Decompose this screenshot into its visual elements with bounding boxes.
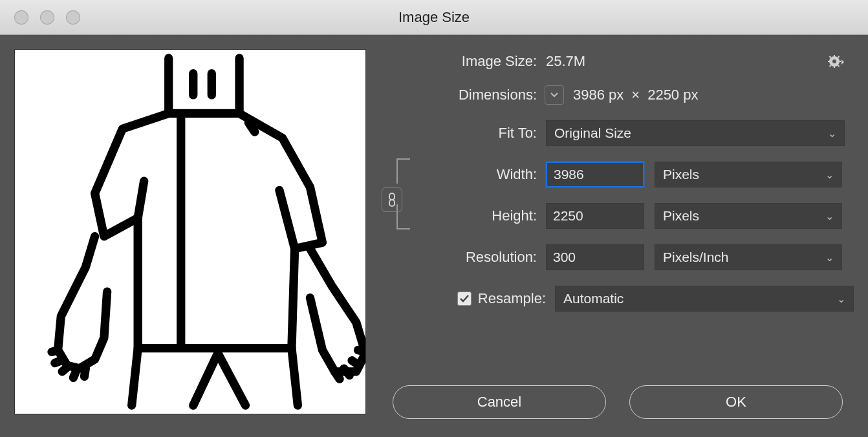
titlebar: Image Size xyxy=(0,0,868,35)
image-size-dialog: Image Size xyxy=(0,0,868,437)
width-label: Width: xyxy=(418,166,537,183)
svg-rect-11 xyxy=(389,200,395,206)
resolution-unit-select[interactable]: Pixels/Inch ⌄ xyxy=(655,244,842,270)
resolution-label: Resolution: xyxy=(388,249,537,266)
width-unit-select[interactable]: Pixels ⌄ xyxy=(655,162,842,187)
width-height-group: Width: Pixels ⌄ Height: Pixels ⌄ xyxy=(418,162,854,229)
chevron-down-icon: ⌄ xyxy=(837,293,845,305)
image-size-label: Image Size: xyxy=(388,53,537,70)
dim-sep: × xyxy=(631,87,640,103)
preview-drawing xyxy=(15,50,365,414)
chevron-down-icon: ⌄ xyxy=(825,251,834,264)
fit-to-row: Fit To: Original Size ⌄ xyxy=(388,120,854,146)
dimensions-row: Dimensions: 3986 px × 2250 px xyxy=(388,85,854,105)
resample-select[interactable]: Automatic ⌄ xyxy=(555,286,854,312)
chevron-down-icon: ⌄ xyxy=(828,127,836,140)
cancel-button[interactable]: Cancel xyxy=(393,385,606,419)
width-input[interactable] xyxy=(546,162,644,187)
fit-to-label: Fit To: xyxy=(388,125,537,142)
height-input[interactable] xyxy=(546,203,644,229)
chevron-down-icon xyxy=(550,92,558,98)
resolution-unit-value: Pixels/Inch xyxy=(663,250,729,265)
image-size-value: 25.7M xyxy=(546,53,585,70)
ok-button[interactable]: OK xyxy=(629,385,843,419)
form-panel: Image Size: 25.7M Dimensions: 3986 px × … xyxy=(388,49,854,423)
resample-checkbox[interactable] xyxy=(457,292,472,306)
dialog-footer: Cancel OK xyxy=(388,385,854,419)
svg-rect-10 xyxy=(389,193,395,200)
dialog-content: Image Size: 25.7M Dimensions: 3986 px × … xyxy=(0,35,868,437)
image-size-row: Image Size: 25.7M xyxy=(388,53,854,70)
fit-to-value: Original Size xyxy=(554,125,631,141)
resample-value: Automatic xyxy=(563,291,624,306)
width-unit-value: Pixels xyxy=(663,167,699,182)
height-unit-select[interactable]: Pixels ⌄ xyxy=(655,203,842,229)
resample-label: Resample: xyxy=(478,290,546,307)
height-label: Height: xyxy=(418,208,537,224)
resolution-row: Resolution: Pixels/Inch ⌄ xyxy=(388,244,854,270)
chain-link-icon xyxy=(387,193,397,207)
height-unit-value: Pixels xyxy=(663,208,699,224)
dimensions-unit-toggle[interactable] xyxy=(545,85,564,105)
resolution-input[interactable] xyxy=(546,244,644,270)
width-row: Width: Pixels ⌄ xyxy=(418,162,854,187)
chevron-down-icon: ⌄ xyxy=(825,210,834,222)
dim-height: 2250 px xyxy=(647,87,698,103)
checkmark-icon xyxy=(460,295,469,303)
fit-to-select[interactable]: Original Size ⌄ xyxy=(546,120,845,146)
dimensions-label: Dimensions: xyxy=(388,87,537,103)
dialog-title: Image Size xyxy=(0,9,868,26)
height-row: Height: Pixels ⌄ xyxy=(418,203,854,229)
chevron-down-icon: ⌄ xyxy=(825,169,834,181)
image-preview[interactable] xyxy=(14,49,366,414)
resample-row: Resample: Automatic ⌄ xyxy=(388,286,854,312)
dim-width: 3986 px xyxy=(573,87,624,103)
constrain-proportions-toggle[interactable] xyxy=(382,187,402,212)
